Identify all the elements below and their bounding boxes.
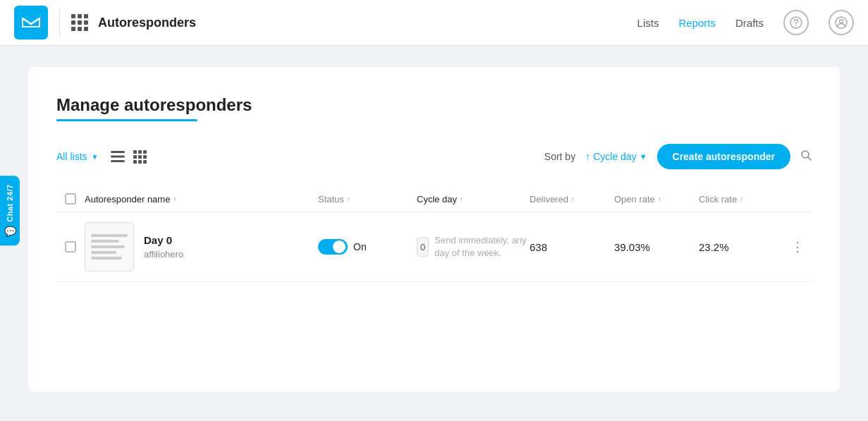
toolbar: All lists ▼ Sort by ↑ Cycle day xyxy=(56,144,812,169)
all-lists-label: All lists xyxy=(56,151,87,162)
help-icon[interactable] xyxy=(783,10,809,35)
svg-point-2 xyxy=(795,25,797,27)
status-toggle[interactable] xyxy=(318,239,348,255)
top-navigation: Autoresponders Lists Reports Drafts xyxy=(0,0,868,46)
row-cycle-day-cell: 0 Send immediately, any day of the week. xyxy=(417,234,530,260)
sort-arrow-click-rate: ↑ xyxy=(740,195,743,203)
header-open-rate[interactable]: Open rate ↑ xyxy=(614,193,699,205)
row-thumbnail xyxy=(85,222,134,271)
header-status-label: Status xyxy=(318,194,344,205)
sort-by-label: Sort by xyxy=(544,151,575,162)
header-name[interactable]: Autoresponder name ↑ xyxy=(85,193,318,205)
app-logo[interactable] xyxy=(14,6,48,39)
row-delivered-cell: 638 xyxy=(530,241,614,253)
select-all-checkbox[interactable] xyxy=(65,193,76,205)
chevron-down-icon: ▼ xyxy=(92,153,99,161)
search-icon[interactable] xyxy=(800,150,812,164)
autoresponders-table: Autoresponder name ↑ Status ↑ Cycle day … xyxy=(56,186,812,282)
row-name-cell: Day 0 affiliohero xyxy=(85,222,318,271)
apps-grid-icon[interactable] xyxy=(71,14,88,31)
sort-value-dropdown[interactable]: ↑ Cycle day ▼ xyxy=(585,151,647,162)
row-checkbox-cell xyxy=(56,241,85,252)
row-open-rate-cell: 39.03% xyxy=(614,241,699,253)
header-actions xyxy=(783,193,812,205)
all-lists-dropdown[interactable]: All lists ▼ xyxy=(56,151,98,162)
list-view-icon[interactable] xyxy=(111,151,125,162)
title-underline xyxy=(56,119,197,121)
main-content: Manage autoresponders All lists ▼ xyxy=(0,46,868,413)
row-name-info: Day 0 affiliohero xyxy=(144,234,183,260)
chat-icon: 💬 xyxy=(4,226,16,237)
chat-label: Chat 24/7 xyxy=(6,184,14,221)
row-name-label[interactable]: Day 0 xyxy=(144,234,183,246)
sort-arrow-up-icon: ↑ xyxy=(585,151,590,162)
nav-drafts[interactable]: Drafts xyxy=(735,17,764,29)
chevron-down-icon: ▼ xyxy=(640,152,647,161)
profile-icon[interactable] xyxy=(829,10,854,35)
thumb-line-3 xyxy=(91,245,125,248)
create-autoresponder-button[interactable]: Create autoresponder xyxy=(657,144,790,169)
header-click-rate-label: Click rate xyxy=(699,194,737,205)
table-header-row: Autoresponder name ↑ Status ↑ Cycle day … xyxy=(56,186,812,212)
grid-view-icon[interactable] xyxy=(133,150,147,164)
header-open-rate-label: Open rate xyxy=(614,194,655,205)
nav-divider xyxy=(59,8,60,37)
app-title: Autoresponders xyxy=(98,16,196,30)
svg-rect-5 xyxy=(111,151,125,153)
nav-lists[interactable]: Lists xyxy=(637,17,659,29)
table-row: Day 0 affiliohero On 0 Send immediately,… xyxy=(56,212,812,282)
sort-arrow-cycle-day: ↑ xyxy=(460,195,463,203)
thumb-line-1 xyxy=(91,234,128,237)
status-label: On xyxy=(353,241,367,252)
header-status[interactable]: Status ↑ xyxy=(318,193,417,205)
header-cycle-day[interactable]: Cycle day ↑ xyxy=(417,193,530,205)
cycle-day-badge: 0 xyxy=(417,237,429,257)
row-click-rate-cell: 23.2% xyxy=(699,241,783,253)
svg-point-4 xyxy=(840,20,843,23)
content-card: Manage autoresponders All lists ▼ xyxy=(28,67,840,391)
row-more-button[interactable]: ⋮ xyxy=(783,239,812,255)
nav-right: Lists Reports Drafts xyxy=(637,10,854,35)
toolbar-right: Sort by ↑ Cycle day ▼ Create autorespond… xyxy=(544,144,812,169)
select-all-checkbox-cell xyxy=(56,193,85,205)
header-delivered[interactable]: Delivered ↑ xyxy=(530,193,614,205)
header-delivered-label: Delivered xyxy=(530,194,568,205)
row-status-cell: On xyxy=(318,239,417,255)
thumb-line-5 xyxy=(91,257,122,260)
header-name-label: Autoresponder name xyxy=(85,194,170,205)
nav-reports[interactable]: Reports xyxy=(678,17,716,29)
sort-arrow-open-rate: ↑ xyxy=(658,195,661,203)
header-cycle-day-label: Cycle day xyxy=(417,194,457,205)
header-click-rate[interactable]: Click rate ↑ xyxy=(699,193,783,205)
send-description: Send immediately, any day of the week. xyxy=(434,234,530,260)
thumb-line-2 xyxy=(91,240,119,243)
sort-value-label: Cycle day xyxy=(593,151,636,162)
svg-rect-7 xyxy=(111,160,125,162)
svg-rect-6 xyxy=(111,156,125,158)
row-sub-label: affiliohero xyxy=(144,249,183,260)
row-checkbox[interactable] xyxy=(65,241,76,252)
page-title: Manage autoresponders xyxy=(56,95,812,115)
thumb-line-4 xyxy=(91,251,116,254)
sort-arrow-name: ↑ xyxy=(173,195,176,203)
chat-widget[interactable]: Chat 24/7 💬 xyxy=(0,176,20,245)
sort-arrow-status: ↑ xyxy=(347,195,350,203)
svg-line-9 xyxy=(808,157,811,160)
sort-arrow-delivered: ↑ xyxy=(571,195,575,203)
